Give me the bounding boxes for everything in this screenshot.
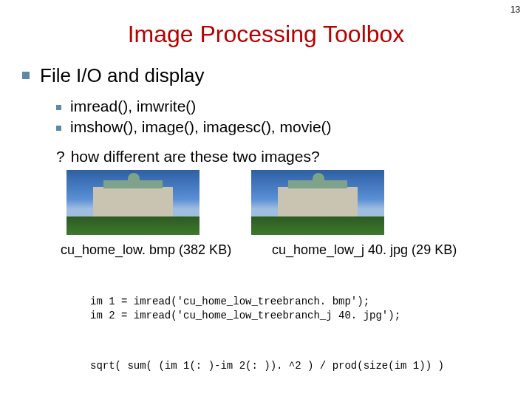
square-bullet-icon	[56, 126, 61, 131]
list-item-text: imread(), imwrite()	[70, 98, 196, 115]
image-placeholder	[251, 170, 384, 235]
square-bullet-icon	[56, 105, 61, 110]
image-caption: cu_home_low_j 40. jpg (29 KB)	[272, 242, 457, 258]
question-text: how different are these two images?	[71, 148, 320, 166]
caption-row: cu_home_low. bmp (382 KB) cu_home_low_j …	[61, 242, 510, 258]
page-number: 13	[511, 4, 520, 15]
dome-shape	[128, 173, 140, 185]
code-line: im 1 = imread('cu_home_low_treebranch. b…	[90, 295, 510, 323]
slide-title: Image Processing Toolbox	[22, 21, 510, 48]
dome-shape	[313, 173, 324, 185]
building-shape	[278, 187, 358, 217]
grass-shape	[66, 216, 200, 235]
heading-text: File I/O and display	[40, 64, 205, 87]
building-shape	[93, 187, 173, 217]
list-item: imread(), imwrite()	[56, 98, 510, 115]
heading-row: File I/O and display	[22, 64, 510, 87]
image-caption: cu_home_low. bmp (382 KB)	[61, 242, 272, 258]
code-block: im 1 = imread('cu_home_low_treebranch. b…	[90, 267, 510, 399]
question-mark: ?	[56, 148, 65, 166]
grass-shape	[251, 216, 384, 235]
list-item: imshow(), image(), imagesc(), movie()	[56, 118, 510, 136]
list-item-text: imshow(), image(), imagesc(), movie()	[70, 118, 332, 136]
square-bullet-icon	[22, 72, 30, 79]
question-row: ? how different are these two images?	[56, 148, 510, 166]
image-row	[66, 170, 510, 235]
sub-list: imread(), imwrite() imshow(), image(), i…	[56, 98, 510, 136]
image-placeholder	[66, 170, 200, 235]
slide: 13 Image Processing Toolbox File I/O and…	[0, 0, 532, 399]
code-line: sqrt( sum( (im 1(: )-im 2(: )). ^2 ) / p…	[90, 359, 510, 373]
